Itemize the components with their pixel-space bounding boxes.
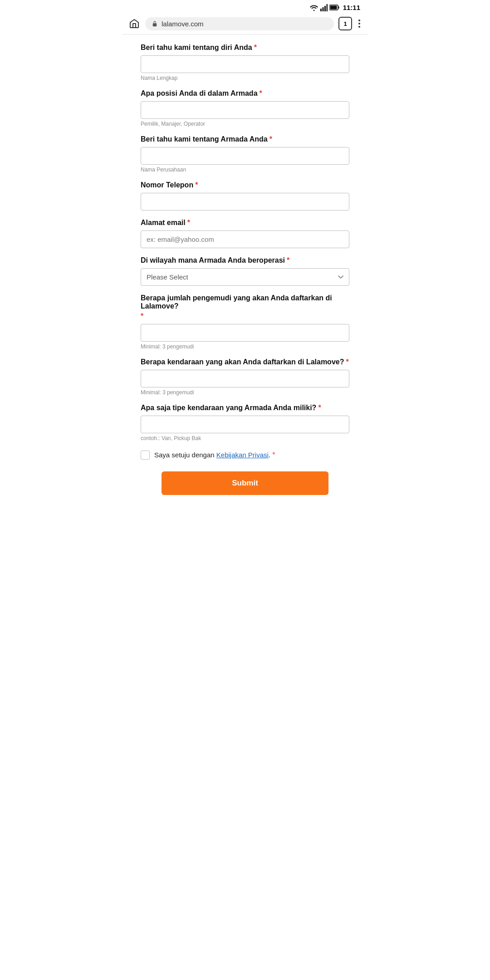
field-privacy: Saya setuju dengan Kebijakan Privasi. * [141, 450, 349, 461]
required-star: * [254, 44, 257, 52]
svg-rect-2 [324, 6, 326, 11]
input-nama-perusahaan[interactable] [141, 147, 349, 165]
field-nama-lengkap: Beri tahu kami tentang diri Anda * Nama … [141, 44, 349, 81]
input-nama-lengkap[interactable] [141, 55, 349, 73]
required-star-tipe: * [318, 404, 321, 412]
menu-button[interactable] [357, 18, 362, 29]
label-wilayah: Di wilayah mana Armada Anda beroperasi * [141, 256, 349, 265]
url-bar[interactable]: lalamove.com [145, 17, 334, 30]
field-nama-perusahaan: Beri tahu kami tentang Armada Anda * Nam… [141, 135, 349, 173]
hint-tipe-kendaraan: contoh.: Van, Pickup Bak [141, 435, 349, 441]
select-wilayah[interactable]: Please Select [141, 268, 349, 286]
wifi-icon [309, 4, 318, 11]
battery-icon [329, 5, 339, 10]
svg-rect-0 [320, 9, 322, 11]
field-posisi: Apa posisi Anda di dalam Armada * Pemili… [141, 89, 349, 127]
field-jumlah-pengemudi: Berapa jumlah pengemudi yang akan Anda d… [141, 294, 349, 350]
hint-jumlah-pengemudi: Minimal: 3 pengemudi [141, 343, 349, 350]
required-star-posisi: * [260, 89, 262, 98]
checkbox-label: Saya setuju dengan Kebijakan Privasi. * [154, 450, 275, 461]
required-star-perusahaan: * [270, 135, 272, 143]
url-text: lalamove.com [162, 20, 204, 28]
tab-count[interactable]: 1 [338, 17, 352, 30]
required-star-email: * [187, 219, 190, 227]
field-wilayah: Di wilayah mana Armada Anda beroperasi *… [141, 256, 349, 286]
svg-rect-5 [338, 6, 339, 9]
input-tipe-kendaraan[interactable] [141, 416, 349, 433]
hint-posisi: Pemilik, Manajer, Operator [141, 121, 349, 127]
label-tipe-kendaraan: Apa saja tipe kendaraan yang Armada Anda… [141, 404, 349, 412]
privacy-link[interactable]: Kebijakan Privasi [216, 451, 269, 459]
hint-jumlah-kendaraan: Minimal: 3 pengemudi [141, 389, 349, 396]
lock-icon [152, 20, 158, 27]
svg-rect-7 [153, 23, 157, 26]
input-jumlah-pengemudi[interactable] [141, 324, 349, 342]
required-star-kendaraan: * [346, 358, 348, 366]
hint-nama-perusahaan: Nama Perusahaan [141, 167, 349, 173]
checkbox-row: Saya setuju dengan Kebijakan Privasi. * [141, 450, 349, 461]
input-jumlah-kendaraan[interactable] [141, 370, 349, 387]
signal-icon [320, 4, 328, 11]
svg-rect-1 [322, 7, 323, 11]
required-star-wilayah: * [287, 256, 289, 265]
required-star-pengemudi: * [141, 312, 143, 320]
home-icon[interactable] [128, 17, 141, 30]
hint-nama-lengkap: Nama Lengkap [141, 75, 349, 81]
svg-rect-6 [330, 6, 337, 10]
submit-button[interactable]: Submit [162, 471, 328, 495]
label-posisi: Apa posisi Anda di dalam Armada * [141, 89, 349, 98]
input-nomor-telepon[interactable] [141, 193, 349, 211]
input-posisi[interactable] [141, 101, 349, 119]
form-container: Beri tahu kami tentang diri Anda * Nama … [122, 34, 368, 513]
svg-rect-3 [326, 4, 328, 11]
required-star-telepon: * [195, 181, 198, 189]
field-nomor-telepon: Nomor Telepon * [141, 181, 349, 211]
label-jumlah-kendaraan: Berapa kendaraan yang akan Anda daftarka… [141, 358, 349, 366]
status-bar: 11:11 [122, 0, 368, 13]
browser-bar: lalamove.com 1 [122, 13, 368, 34]
field-jumlah-kendaraan: Berapa kendaraan yang akan Anda daftarka… [141, 358, 349, 396]
input-email[interactable] [141, 230, 349, 248]
field-email: Alamat email * [141, 219, 349, 248]
required-star-privacy: * [272, 451, 275, 459]
label-email: Alamat email * [141, 219, 349, 227]
privacy-checkbox[interactable] [141, 451, 150, 460]
label-nama-lengkap: Beri tahu kami tentang diri Anda * [141, 44, 349, 52]
label-jumlah-pengemudi: Berapa jumlah pengemudi yang akan Anda d… [141, 294, 349, 320]
label-nomor-telepon: Nomor Telepon * [141, 181, 349, 189]
status-icons: 11:11 [309, 4, 360, 11]
status-time: 11:11 [343, 4, 360, 11]
label-nama-perusahaan: Beri tahu kami tentang Armada Anda * [141, 135, 349, 143]
field-tipe-kendaraan: Apa saja tipe kendaraan yang Armada Anda… [141, 404, 349, 441]
